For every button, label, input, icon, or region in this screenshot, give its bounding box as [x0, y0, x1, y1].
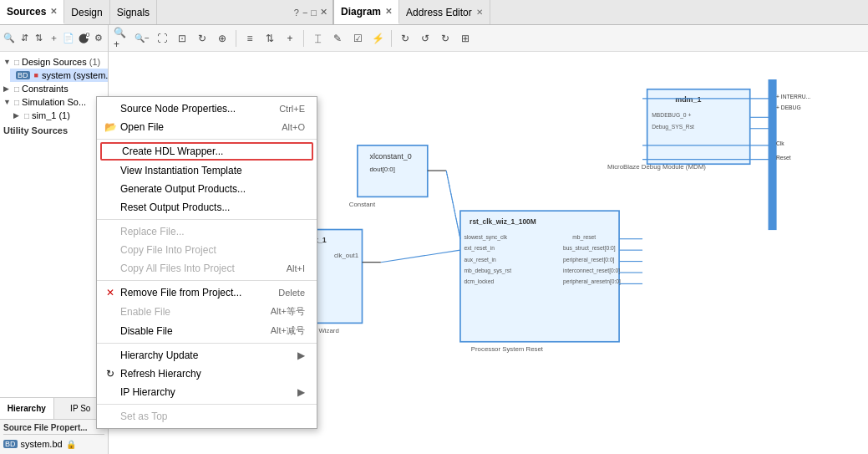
svg-text:Constant: Constant: [349, 201, 376, 208]
svg-text:rst_clk_wiz_1_100M: rst_clk_wiz_1_100M: [470, 217, 536, 226]
remove-file-red-icon: ✕: [104, 287, 117, 298]
svg-text:xlconstant_0: xlconstant_0: [369, 152, 411, 161]
ctx-reset-output[interactable]: Reset Output Products...: [97, 198, 317, 217]
diag-zoom-fit-icon[interactable]: ⊕: [214, 30, 231, 47]
tree-item-constraints[interactable]: ▶ □ Constraints: [0, 82, 108, 95]
diag-zoom-out-icon[interactable]: 🔍−: [134, 30, 150, 47]
svg-text:slowest_sync_clk: slowest_sync_clk: [464, 234, 507, 241]
diag-lightning-icon[interactable]: ⚡: [369, 30, 386, 47]
svg-text:ext_reset_in: ext_reset_in: [464, 245, 495, 252]
folder-icon: 📂: [104, 121, 117, 133]
collapse-all-button[interactable]: ⇅: [33, 31, 45, 46]
ctx-open-file[interactable]: 📂 Open File Alt+O: [97, 118, 317, 136]
svg-text:Clk: Clk: [776, 140, 784, 146]
diag-checkbox-icon[interactable]: ☑: [349, 30, 366, 47]
svg-text:interconnect_reset[0:0]: interconnect_reset[0:0]: [563, 268, 620, 274]
tab-design[interactable]: Design: [64, 0, 109, 24]
ctx-source-node-props[interactable]: Source Node Properties... Ctrl+E: [97, 99, 317, 118]
restore-icon[interactable]: □: [311, 8, 317, 18]
svg-text:clk_out1: clk_out1: [334, 252, 358, 259]
bubble-icon-button[interactable]: ⬤ 0: [78, 31, 90, 46]
close-panel-icon[interactable]: ✕: [320, 7, 327, 18]
ctx-copy-all-files[interactable]: Copy All Files Into Project Alt+I: [97, 259, 317, 278]
svg-text:mb_debug_sys_rst: mb_debug_sys_rst: [464, 268, 511, 274]
tab-signals[interactable]: Signals: [110, 0, 157, 24]
ctx-replace-file[interactable]: Replace File...: [97, 222, 317, 241]
diagram-tab-close[interactable]: ✕: [385, 7, 392, 16]
diag-rotate-icon[interactable]: ↻: [194, 30, 211, 47]
ctx-refresh-hierarchy-label: Refresh Hierarchy: [120, 368, 201, 380]
ctx-copy-all-files-label: Copy All Files Into Project: [120, 263, 235, 274]
diag-zoom-in-icon[interactable]: 🔍+: [114, 30, 130, 47]
ctx-open-file-label: Open File: [120, 121, 164, 133]
svg-rect-16: [460, 211, 619, 342]
utility-sources-header: Utility Sources: [0, 122, 108, 137]
diag-cursor-icon[interactable]: ⌶: [309, 30, 326, 47]
ctx-hierarchy-update-label: Hierarchy Update: [120, 349, 198, 361]
svg-text:peripheral_reset[0:0]: peripheral_reset[0:0]: [563, 257, 615, 263]
ctx-copy-file[interactable]: Copy File Into Project: [97, 241, 317, 259]
diag-updown-icon[interactable]: ⇅: [261, 30, 278, 47]
minimize-icon[interactable]: −: [302, 8, 307, 18]
diag-fit-sel-icon[interactable]: ⊡: [174, 30, 190, 47]
ctx-generate-output-label: Generate Output Products...: [120, 183, 246, 195]
ctx-ip-hierarchy[interactable]: IP Hierarchy ▶: [97, 383, 317, 401]
system-bd-filename: system.bd: [21, 439, 63, 449]
ctx-refresh-hierarchy[interactable]: ↻ Refresh Hierarchy: [97, 365, 317, 383]
svg-text:Reset: Reset: [776, 155, 791, 161]
svg-text:MBDEBUG_0 +: MBDEBUG_0 +: [652, 112, 691, 119]
tree-item-sim1[interactable]: ▶ □ sim_1 (1): [10, 109, 108, 122]
diagram-tab-label: Diagram: [341, 6, 381, 18]
svg-rect-43: [769, 80, 776, 230]
tab-sources[interactable]: Sources ✕: [0, 0, 64, 24]
diag-list-icon[interactable]: ≡: [241, 30, 258, 47]
refresh-icon: ↻: [104, 368, 117, 380]
svg-text:bus_struct_reset[0:0]: bus_struct_reset[0:0]: [563, 245, 616, 252]
lock-icon: 🔒: [66, 440, 76, 449]
diag-pencil-icon[interactable]: ✎: [329, 30, 346, 47]
svg-text:Debug_SYS_Rst: Debug_SYS_Rst: [652, 124, 694, 130]
svg-text:+ INTERRU...: + INTERRU...: [776, 94, 810, 99]
diag-undo-icon[interactable]: ↺: [417, 30, 434, 47]
ctx-disable-file-label: Disable File: [120, 325, 173, 337]
expand-all-button[interactable]: ⇵: [18, 31, 31, 46]
ctx-copy-file-label: Copy File Into Project: [120, 244, 216, 256]
svg-text:peripheral_aresetn[0:0]: peripheral_aresetn[0:0]: [563, 278, 621, 285]
ctx-view-instantiation-label: View Instantiation Template: [120, 165, 242, 176]
diag-redo-icon[interactable]: ↻: [437, 30, 454, 47]
ctx-disable-file[interactable]: Disable File Alt+减号: [97, 321, 317, 340]
svg-text:aux_reset_in: aux_reset_in: [464, 257, 496, 263]
ctx-create-hdl-wrapper-label: Create HDL Wrapper...: [122, 145, 223, 157]
ctx-source-node-props-label: Source Node Properties...: [120, 103, 236, 115]
diag-add-icon[interactable]: +: [282, 30, 298, 47]
search-button[interactable]: 🔍: [3, 31, 16, 46]
tab-address-editor[interactable]: Address Editor ✕: [399, 0, 490, 24]
question-icon[interactable]: ?: [294, 8, 299, 18]
hierarchy-tab[interactable]: Hierarchy: [0, 398, 54, 419]
tab-diagram[interactable]: Diagram ✕: [334, 0, 399, 24]
ctx-hierarchy-update[interactable]: Hierarchy Update ▶: [97, 346, 317, 365]
tree-item-design-sources[interactable]: ▼ □ Design Sources (1): [0, 55, 108, 69]
address-editor-tab-label: Address Editor: [406, 7, 472, 18]
sources-tab-close[interactable]: ✕: [50, 7, 57, 16]
ctx-remove-file[interactable]: ✕ Remove File from Project... Delete: [97, 283, 317, 302]
ctx-create-hdl-wrapper[interactable]: Create HDL Wrapper...: [100, 142, 313, 161]
file-check-button[interactable]: 📄: [63, 31, 75, 46]
svg-text:Processor System Reset: Processor System Reset: [471, 345, 544, 353]
design-sources-label: Design Sources (1): [22, 57, 100, 67]
gear-button[interactable]: ⚙: [92, 31, 104, 46]
sim1-label: sim_1 (1): [32, 110, 70, 120]
ctx-view-instantiation[interactable]: View Instantiation Template: [97, 161, 317, 180]
diag-refresh-icon[interactable]: ↻: [397, 30, 414, 47]
tree-item-simulation[interactable]: ▼ □ Simulation So...: [0, 95, 108, 109]
address-editor-tab-close[interactable]: ✕: [476, 8, 483, 17]
add-source-button[interactable]: ＋: [48, 31, 60, 46]
tree-item-system-bd[interactable]: BD ■ system (system.bd): [10, 69, 108, 82]
diag-table-icon[interactable]: ⊞: [457, 30, 474, 47]
ctx-set-as-top[interactable]: Set as Top: [97, 407, 317, 426]
system-bd-icon: BD: [3, 440, 18, 448]
diag-fit-icon[interactable]: ⛶: [154, 30, 170, 47]
ctx-generate-output[interactable]: Generate Output Products...: [97, 180, 317, 198]
system-bd-label: system (system.bd): [42, 70, 108, 80]
ctx-enable-file[interactable]: Enable File Alt+等号: [97, 302, 317, 321]
